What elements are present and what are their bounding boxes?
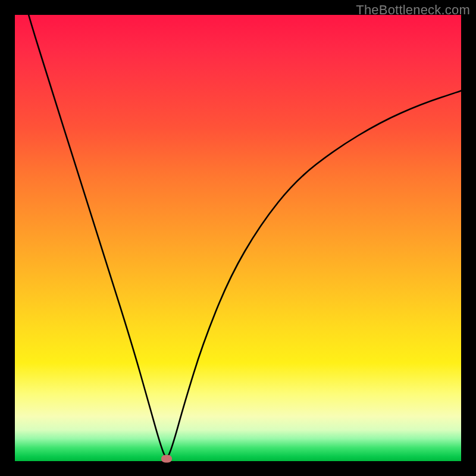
balance-marker xyxy=(161,455,172,463)
watermark-text: TheBottleneck.com xyxy=(356,2,470,18)
outer-frame: TheBottleneck.com xyxy=(0,0,476,476)
plot-area xyxy=(15,15,461,461)
